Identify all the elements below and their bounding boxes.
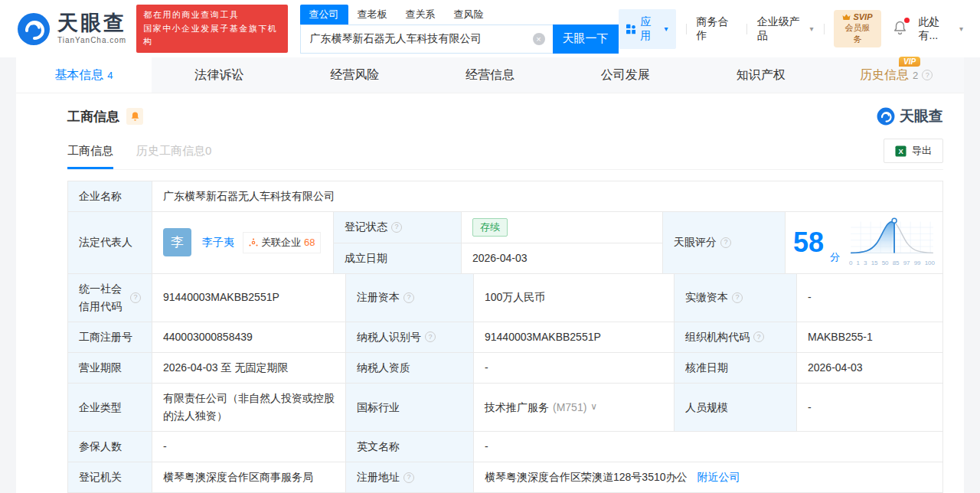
registration-info-table: 企业名称 广东横琴新石器无人车科技有限公司 法定代表人 李 李子夷 关联企业 6… <box>67 181 943 493</box>
history-help-icon[interactable]: ? <box>922 70 933 80</box>
user-account-menu[interactable]: 此处有... ▾ <box>919 15 964 43</box>
svip-sublabel: 会员服务 <box>841 22 873 45</box>
promo-line1: 都在用的商业查询工具 <box>143 8 280 22</box>
tab-intellectual-property[interactable]: 知识产权 <box>693 57 828 93</box>
table-row: 企业类型 有限责任公司（非自然人投资或控股的法人独资） 国标行业 技术推广服务 … <box>68 384 942 432</box>
english-name-label: 英文名称 <box>346 432 474 462</box>
taxpayer-id-label: 纳税人识别号 <box>357 328 421 346</box>
reg-address-label: 注册地址 <box>357 469 400 486</box>
brand-domain: TianYanCha.com <box>57 36 126 44</box>
industry-value: 技术推广服务 <box>485 399 549 416</box>
reg-number-label: 工商注册号 <box>68 322 152 352</box>
related-label: 关联企业 <box>261 234 301 250</box>
taxpayer-id-label-cell: 纳税人识别号 ? <box>346 322 474 352</box>
reg-status-label-cell: 登记状态 ? <box>334 212 462 243</box>
reg-status-help-icon[interactable]: ? <box>391 222 402 233</box>
user-name: 此处有... <box>919 15 956 43</box>
company-nav-tabs: 基本信息 4 法律诉讼 经营风险 经营信息 公司发展 知识产权 历史信息 2 ?… <box>16 57 964 93</box>
tab-operation-risk[interactable]: 经营风险 <box>287 57 423 93</box>
search-tab-boss[interactable]: 查老板 <box>348 5 397 24</box>
uscc-help-icon[interactable]: ? <box>130 292 141 303</box>
network-icon <box>249 238 258 247</box>
search-tabs: 查公司 查老板 查关系 查风险 <box>300 5 619 24</box>
company-name-value: 广东横琴新石器无人车科技有限公司 <box>152 181 942 211</box>
notification-dot <box>904 18 910 23</box>
subtab-current-info[interactable]: 工商信息 <box>67 144 113 169</box>
tab-operation-info[interactable]: 经营信息 <box>423 57 558 93</box>
legal-rep-name-link[interactable]: 李子夷 <box>202 233 234 251</box>
company-type-label: 企业类型 <box>68 384 152 431</box>
est-date-value: 2026-04-03 <box>462 243 662 273</box>
clear-search-icon[interactable]: × <box>533 33 545 45</box>
reg-address-help-icon[interactable]: ? <box>403 472 414 483</box>
reg-address-value-cell: 横琴粤澳深度合作区荣澳道128号3510办公 附近公司 <box>474 462 942 492</box>
notifications-button[interactable] <box>893 20 907 38</box>
tab-basic-info-label: 基本信息 <box>54 67 103 83</box>
paid-capital-help-icon[interactable]: ? <box>732 292 743 303</box>
score-label: 天眼评分 <box>674 233 717 251</box>
reg-capital-label-cell: 注册资本 ? <box>346 274 474 322</box>
search-input[interactable] <box>300 24 553 54</box>
subtab-history-info[interactable]: 历史工商信息0 <box>136 144 211 169</box>
enterprise-products-label: 企业级产品 <box>757 15 807 43</box>
search-button[interactable]: 天眼一下 <box>553 24 619 54</box>
enterprise-products-menu[interactable]: 企业级产品 ▾ <box>757 15 814 43</box>
industry-value-cell: 技术推广服务 (M751) ∨ <box>474 384 675 431</box>
business-cooperation-link[interactable]: 商务合作 <box>697 15 737 43</box>
promo-banner[interactable]: 都在用的商业查询工具 国家中小企业发展子基金旗下机构 <box>136 5 287 53</box>
tab-history-info[interactable]: 历史信息 2 ? VIP <box>828 57 964 93</box>
business-info-card: 工商信息 天眼查 工商信息 历史工商信息0 X <box>16 93 964 493</box>
uscc-label: 统一社会信用代码 <box>79 280 126 315</box>
tianyancha-logo[interactable]: 天眼查 TianYanCha.com <box>17 12 126 46</box>
tab-basic-info-count: 4 <box>107 70 113 81</box>
reg-capital-label: 注册资本 <box>357 289 400 306</box>
score-value: 58 <box>793 229 824 256</box>
search-tab-company[interactable]: 查公司 <box>300 5 348 24</box>
taxpayer-id-value: 91440003MAKBB2551P <box>474 322 675 352</box>
status-badge: 存续 <box>472 218 508 237</box>
score-help-icon[interactable]: ? <box>720 237 731 248</box>
apps-menu[interactable]: 应用 ▾ <box>619 9 676 49</box>
crown-icon <box>842 14 851 21</box>
score-value-cell: 58 分 <box>786 212 942 273</box>
search-tab-relation[interactable]: 查关系 <box>397 5 445 24</box>
staff-size-label: 人员规模 <box>675 384 797 431</box>
uscc-label-cell: 统一社会信用代码 ? <box>68 274 152 322</box>
related-companies-badge[interactable]: 关联企业 68 <box>243 232 321 253</box>
industry-expand-icon[interactable]: ∨ <box>590 400 597 415</box>
tab-opinfo-label: 经营信息 <box>466 67 514 83</box>
vip-badge: VIP <box>899 57 920 67</box>
nearby-companies-link[interactable]: 附近公司 <box>697 469 740 486</box>
tab-risk-label: 经营风险 <box>330 67 379 83</box>
table-row: 工商注册号 440003000858439 纳税人识别号 ? 91440003M… <box>68 322 942 353</box>
reg-capital-help-icon[interactable]: ? <box>403 292 414 303</box>
top-header: 天眼查 TianYanCha.com 都在用的商业查询工具 国家中小企业发展子基… <box>0 0 980 57</box>
table-row: 法定代表人 李 李子夷 关联企业 68 <box>68 212 942 274</box>
org-code-value: MAKBB255-1 <box>797 322 942 352</box>
tab-basic-info[interactable]: 基本信息 4 <box>16 57 152 93</box>
table-row: 参保人数 - 英文名称 - <box>68 432 942 462</box>
tab-dev-label: 公司发展 <box>601 67 650 83</box>
monitor-bell-button[interactable] <box>126 108 143 125</box>
svip-member-button[interactable]: SVIP 会员服务 <box>834 10 880 47</box>
biz-term-value: 2026-04-03 至 无固定期限 <box>152 353 346 383</box>
table-row: 营业期限 2026-04-03 至 无固定期限 纳税人资质 - 核准日期 202… <box>68 353 942 384</box>
export-button[interactable]: X 导出 <box>884 139 943 163</box>
taxpayer-id-help-icon[interactable]: ? <box>425 331 436 342</box>
tab-legal-proceedings[interactable]: 法律诉讼 <box>152 57 287 93</box>
tab-ip-label: 知识产权 <box>737 67 786 83</box>
apps-caret-icon: ▾ <box>665 24 668 33</box>
table-row: 登记机关 横琴粤澳深度合作区商事服务局 注册地址 ? 横琴粤澳深度合作区荣澳道1… <box>68 462 942 493</box>
legal-rep-label: 法定代表人 <box>68 212 152 273</box>
org-code-help-icon[interactable]: ? <box>753 331 764 342</box>
tab-company-development[interactable]: 公司发展 <box>557 57 693 93</box>
enterprise-caret-icon: ▾ <box>809 24 813 33</box>
related-count: 68 <box>304 234 315 250</box>
score-chart-ticks: 01 315 5085 9799 100 <box>849 258 935 268</box>
search-tab-risk[interactable]: 查风险 <box>445 5 493 24</box>
paid-capital-label-cell: 实缴资本 ? <box>675 274 797 322</box>
section-title: 工商信息 <box>67 108 119 126</box>
watermark-logo-icon <box>877 107 895 126</box>
legal-rep-avatar[interactable]: 李 <box>163 228 191 256</box>
tianyancha-logo-icon <box>17 12 51 46</box>
